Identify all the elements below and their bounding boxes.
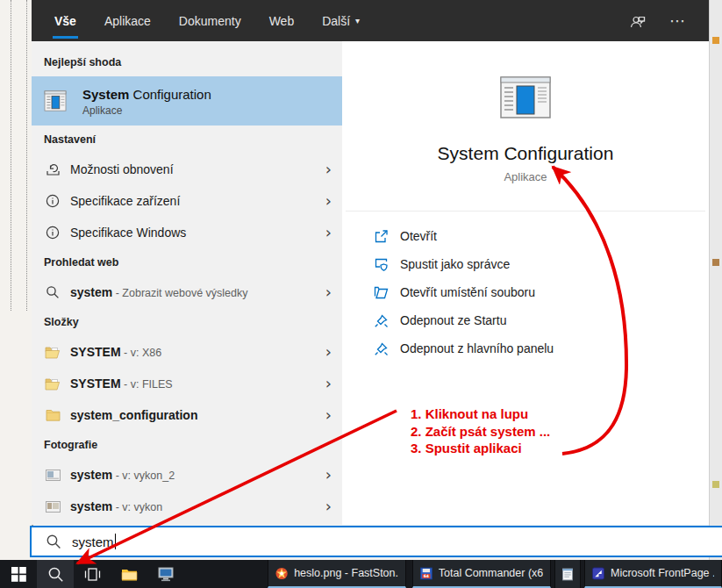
chevron-right-icon: ›	[325, 284, 332, 300]
unpin-icon	[372, 313, 390, 328]
result-folder-system-files[interactable]: SYSTEM - v: FILES ›	[32, 368, 342, 399]
result-device-specs[interactable]: Specifikace zařízení ›	[32, 185, 342, 217]
chevron-right-icon: ›	[325, 498, 332, 514]
best-match-title: System Configuration	[82, 86, 211, 103]
msconfig-app-icon-large	[500, 76, 551, 118]
chevron-right-icon: ›	[325, 407, 332, 423]
photo-thumbnail-icon	[44, 501, 61, 513]
section-header-search-web: Prohledat web	[32, 248, 342, 276]
tab-vse[interactable]: Vše	[53, 0, 78, 41]
chevron-right-icon: ›	[325, 344, 332, 360]
frontpage-icon	[592, 567, 604, 580]
feedback-icon[interactable]	[629, 12, 647, 30]
search-icon	[44, 285, 61, 299]
search-filter-header: Vše Aplikace Dokumenty Web Další ▾ ⋯	[32, 0, 709, 41]
photo-thumbnail-icon	[44, 470, 61, 481]
annotation-steps: 1. Kliknout na lupu 2. Začít psát system…	[411, 405, 550, 457]
start-search-window: Vše Aplikace Dokumenty Web Další ▾ ⋯	[32, 0, 709, 525]
result-photo-system-vykon[interactable]: system - v: vykon ›	[32, 491, 342, 522]
folder-icon	[44, 409, 61, 421]
chevron-down-icon: ▾	[355, 16, 360, 25]
section-header-folders: Složky	[32, 308, 342, 336]
best-match-subtitle: Aplikace	[82, 104, 211, 117]
taskbar-app-faststone[interactable]: heslo.png - FastSton...	[268, 560, 406, 588]
filter-tabs: Vše Aplikace Dokumenty Web Další ▾	[32, 0, 386, 41]
notepad-icon	[562, 568, 573, 581]
section-header-settings: Nastavení	[32, 125, 342, 154]
result-windows-specs[interactable]: Specifikace Windows ›	[32, 217, 342, 248]
editor-dotted-guide	[26, 0, 27, 311]
result-folder-system-configuration[interactable]: system_configuration ›	[32, 399, 342, 431]
section-header-photos: Fotografie	[32, 431, 342, 459]
recovery-icon	[44, 162, 61, 177]
info-icon	[44, 226, 61, 240]
tab-web[interactable]: Web	[268, 0, 297, 41]
chevron-right-icon: ›	[325, 161, 332, 177]
file-location-icon	[372, 285, 390, 300]
faststone-icon	[275, 567, 288, 580]
chevron-right-icon: ›	[325, 467, 332, 483]
taskbar-app-total-commander[interactable]: 64 Total Commander (x6...	[412, 560, 551, 588]
background-icon	[712, 481, 719, 488]
search-results-panel: Nejlepší shoda	[32, 41, 342, 525]
annotation-step-1: 1. Kliknout na lupu	[411, 405, 550, 423]
result-recovery-options[interactable]: Možnosti obnovení ›	[32, 154, 342, 185]
folder-open-icon	[44, 377, 61, 391]
action-open[interactable]: Otevřít	[342, 222, 709, 250]
chevron-right-icon: ›	[325, 225, 332, 240]
msconfig-app-icon	[44, 90, 70, 111]
search-input-value[interactable]: system	[72, 534, 114, 549]
divider	[346, 211, 705, 212]
chevron-right-icon: ›	[325, 376, 332, 391]
total-commander-icon: 64	[420, 567, 432, 580]
app-title: System Configuration	[342, 143, 709, 164]
action-unpin-from-start[interactable]: Odepnout ze Startu	[342, 306, 709, 334]
chevron-right-icon: ›	[325, 193, 332, 209]
unpin-icon	[372, 341, 390, 356]
action-unpin-from-taskbar[interactable]: Odepnout z hlavního panelu	[342, 334, 709, 362]
folder-open-icon	[44, 346, 61, 359]
result-folder-system-x86[interactable]: SYSTEM - v: X86 ›	[32, 336, 342, 368]
taskbar-search-button[interactable]	[37, 560, 74, 588]
svg-text:64: 64	[424, 574, 429, 578]
background-icon	[712, 37, 719, 44]
text-cursor	[115, 534, 116, 549]
annotation-step-2: 2. Začít psát system ...	[411, 423, 550, 441]
taskbar-app-notepad[interactable]	[554, 560, 581, 588]
background-window-left-strip	[0, 0, 32, 588]
background-window-right-strip	[709, 0, 722, 562]
admin-shield-icon	[372, 257, 390, 272]
result-photo-system-vykon2[interactable]: system - v: vykon_2 ›	[32, 459, 342, 491]
editor-dotted-guide	[11, 0, 11, 311]
search-input-box[interactable]: system	[30, 526, 722, 557]
open-icon	[372, 229, 390, 244]
more-options-icon[interactable]: ⋯	[669, 13, 686, 29]
taskbar: heslo.png - FastSton... 64 Total Command…	[0, 560, 722, 588]
tab-dalsi[interactable]: Další ▾	[320, 0, 361, 41]
tab-dokumenty[interactable]: Dokumenty	[177, 0, 243, 41]
app-subtitle: Aplikace	[342, 170, 709, 183]
background-icon	[712, 259, 719, 266]
task-view-button[interactable]	[74, 560, 111, 588]
action-open-file-location[interactable]: Otevřít umístění souboru	[342, 278, 709, 306]
file-explorer-button[interactable]	[111, 560, 147, 588]
action-run-as-administrator[interactable]: Spustit jako správce	[342, 250, 709, 278]
start-button[interactable]	[0, 560, 37, 588]
taskbar-app-frontpage[interactable]: Microsoft FrontPage ...	[584, 560, 722, 588]
computer-app-button[interactable]	[147, 560, 184, 588]
result-best-match-system-configuration[interactable]: System Configuration Aplikace	[32, 76, 342, 125]
search-icon	[46, 534, 61, 549]
info-icon	[44, 194, 61, 208]
section-header-best-match: Nejlepší shoda	[32, 48, 342, 76]
tab-aplikace[interactable]: Aplikace	[103, 0, 153, 41]
result-web-search-system[interactable]: system - Zobrazit webové výsledky ›	[32, 276, 342, 308]
annotation-step-3: 3. Spustit aplikaci	[411, 440, 550, 457]
desktop-screenshot: Náhled 463 x 5 heslo.p Vše Aplikace Doku…	[0, 0, 722, 588]
